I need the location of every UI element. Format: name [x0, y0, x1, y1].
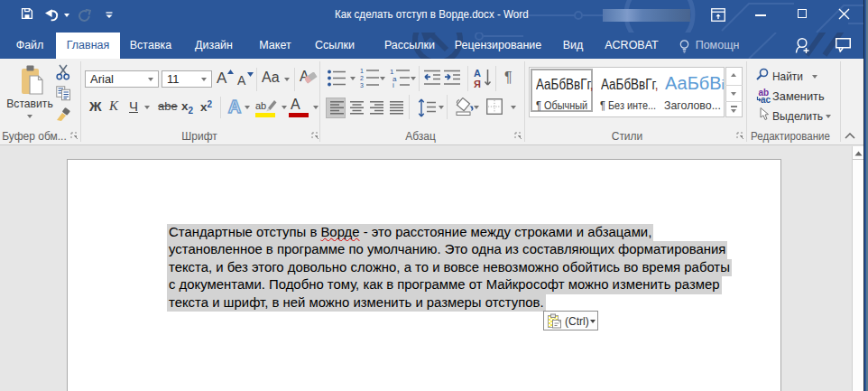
svg-text:А: А — [474, 68, 481, 79]
svg-text:3: 3 — [360, 82, 364, 88]
svg-text:А: А — [228, 97, 241, 116]
svg-text:ac: ac — [761, 95, 771, 104]
svg-text:i: i — [392, 81, 394, 88]
svg-text:ab: ab — [255, 100, 266, 111]
svg-text:2: 2 — [360, 75, 364, 81]
svg-text:1: 1 — [360, 68, 364, 74]
svg-text:Я: Я — [474, 79, 481, 88]
